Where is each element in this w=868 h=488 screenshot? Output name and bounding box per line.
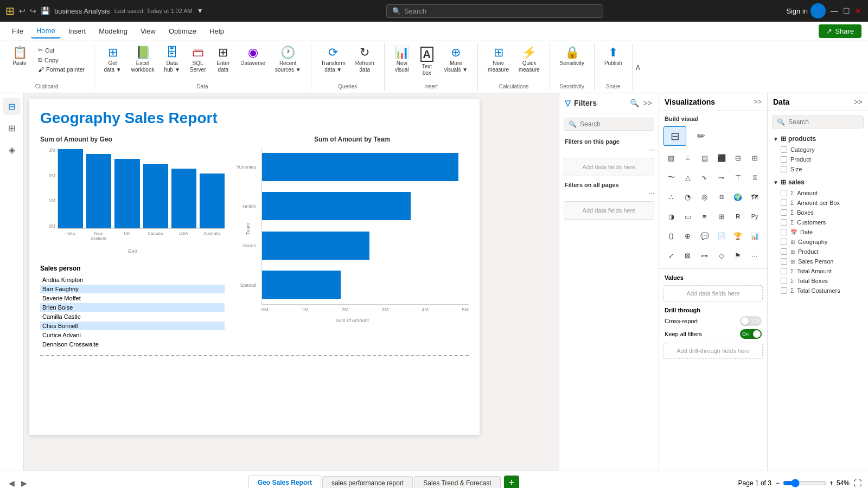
total-costumers-checkbox[interactable]	[781, 287, 787, 294]
total-boxes-checkbox[interactable]	[781, 278, 787, 284]
data-item-boxes[interactable]: Σ Boxes	[768, 208, 868, 217]
viz-query-icon[interactable]: ⊠	[680, 248, 695, 263]
product2-checkbox[interactable]	[781, 248, 787, 255]
publish-button[interactable]: ⬆ Publish	[600, 44, 627, 69]
format-painter-button[interactable]: 🖌 Format painter	[35, 65, 88, 74]
data-item-amount[interactable]: Σ Amount	[768, 188, 868, 198]
menu-optimize[interactable]: Optimize	[163, 24, 202, 38]
viz-card-icon[interactable]: ▭	[680, 209, 695, 224]
transform-data-button[interactable]: ⟳ Transformdata ▼	[317, 44, 350, 75]
bar-special[interactable]	[262, 271, 341, 299]
viz-collapse-button[interactable]: >>	[754, 98, 762, 106]
viz-clustered-column-icon[interactable]: ⬛	[714, 150, 729, 165]
data-item-amount-per-box[interactable]: Σ Amount per Box	[768, 198, 868, 208]
viz-table-icon[interactable]: ⊞	[714, 209, 729, 224]
filter-search-box[interactable]: 🔍	[564, 118, 654, 131]
share-button[interactable]: ↗ Share	[819, 24, 861, 38]
viz-pie-icon[interactable]: ◔	[680, 189, 695, 204]
filters-page-drop-zone[interactable]: Add data fields here	[564, 158, 654, 176]
excel-workbook-button[interactable]: 📗 Excelworkbook	[127, 44, 159, 75]
viz-smart-narrative-icon[interactable]: 💬	[697, 228, 712, 243]
product-checkbox[interactable]	[781, 156, 787, 163]
bar-juices[interactable]	[262, 232, 369, 260]
list-item[interactable]: Curtice Advani	[40, 331, 225, 339]
title-search-bar[interactable]: 🔍 Search	[203, 4, 787, 18]
viz-stacked-column-icon[interactable]: ⊟	[730, 150, 745, 165]
viz-stacked-bar-icon[interactable]: ▥	[663, 150, 679, 165]
date-checkbox[interactable]	[781, 229, 787, 235]
values-drop-zone[interactable]: Add data fields here	[663, 285, 763, 301]
zoom-in-icon[interactable]: +	[829, 479, 833, 487]
list-item[interactable]: Brien Boise	[40, 303, 225, 312]
viz-line-cluster-icon[interactable]: ∿	[697, 170, 712, 185]
filters-expand-icon[interactable]: >>	[642, 98, 653, 108]
amount-checkbox[interactable]	[781, 190, 787, 196]
list-item[interactable]: Camilla Castle	[40, 312, 225, 321]
data-search-box[interactable]: 🔍	[772, 115, 864, 129]
paste-button[interactable]: 📋 Paste	[5, 44, 34, 69]
redo-icon[interactable]: ↪	[30, 7, 36, 15]
data-search-input[interactable]	[788, 118, 868, 126]
geography-checkbox[interactable]	[781, 239, 787, 245]
viz-multirow-card-icon[interactable]: ≡	[697, 209, 712, 224]
viz-area-icon[interactable]: △	[680, 170, 695, 185]
viz-pen-icon[interactable]: ✏	[690, 126, 712, 146]
bar-canada[interactable]	[143, 164, 168, 228]
bar-yummies[interactable]	[262, 153, 458, 181]
viz-trophy-icon[interactable]: 🏆	[730, 228, 745, 243]
viz-stacked-bar-100-icon[interactable]: ▤	[697, 150, 712, 165]
nav-model-icon[interactable]: ◈	[3, 141, 21, 158]
menu-home[interactable]: Home	[31, 24, 61, 38]
data-item-product2[interactable]: ⊞ Product	[768, 247, 868, 256]
save-icon[interactable]: 💾	[41, 7, 50, 15]
text-box-button[interactable]: A Textbox	[415, 44, 439, 79]
total-amount-checkbox[interactable]	[781, 268, 787, 274]
viz-bar-2-icon[interactable]: 📊	[747, 228, 762, 243]
viz-gauge-icon[interactable]: ◑	[663, 209, 679, 224]
enter-data-button[interactable]: ⊞ Enterdata	[211, 44, 235, 75]
viz-ribbon-icon[interactable]: ⊸	[714, 170, 729, 185]
menu-insert[interactable]: Insert	[63, 24, 92, 38]
more-visuals-button[interactable]: ⊕ Morevisuals ▼	[440, 44, 472, 75]
fit-page-icon[interactable]: ⛶	[854, 479, 861, 487]
viz-r-icon[interactable]: R	[730, 209, 745, 224]
tab-sales-performance[interactable]: sales performance report	[322, 476, 413, 488]
bar-delish[interactable]	[262, 192, 411, 220]
viz-decomp-icon[interactable]: ⟨⟩	[663, 228, 679, 243]
sensitivity-button[interactable]: 🔒 Sensitivity	[556, 44, 589, 69]
data-item-size[interactable]: Size	[768, 164, 868, 174]
viz-waterfall-icon[interactable]: ⊤	[730, 170, 745, 185]
bar-uk[interactable]	[114, 159, 139, 228]
filters-all-drop-zone[interactable]: Add data fields here	[564, 201, 654, 220]
viz-scatter-icon[interactable]: ∴	[663, 189, 679, 204]
viz-anomaly-icon[interactable]: ⤢	[663, 248, 679, 263]
viz-funnel-icon[interactable]: ⧖	[747, 170, 762, 185]
tab-geo-sales-report[interactable]: Geo Sales Report	[248, 476, 321, 488]
close-button[interactable]: ✕	[854, 7, 863, 15]
customers-checkbox[interactable]	[781, 219, 787, 226]
products-section-header[interactable]: ▼ ⊞ products	[768, 133, 868, 145]
get-data-button[interactable]: ⊞ Getdata ▼	[100, 44, 126, 75]
menu-modeling[interactable]: Modeling	[93, 24, 133, 38]
viz-clustered-bar-icon[interactable]: ≡	[680, 150, 695, 165]
list-item[interactable]: Andria Kimpton	[40, 275, 225, 284]
sales-section-header[interactable]: ▼ ⊞ sales	[768, 176, 868, 188]
quick-measure-button[interactable]: ⚡ Quickmeasure	[514, 44, 544, 75]
chart-team[interactable]: Sum of Amount by Team Yummies Delish Jui…	[235, 136, 469, 349]
chart-geo[interactable]: Sum of Amount by Geo 3M 2M 1M 0M	[40, 136, 225, 349]
amount-per-box-checkbox[interactable]	[781, 200, 787, 206]
data-item-product[interactable]: Product	[768, 155, 868, 164]
data-item-total-costumers[interactable]: Σ Total Costumers	[768, 286, 868, 296]
undo-icon[interactable]: ↩	[19, 7, 25, 15]
dropdown-arrow-icon[interactable]: ▼	[197, 7, 203, 15]
sales-person-checkbox[interactable]	[781, 258, 787, 265]
data-item-date[interactable]: 📅 Date	[768, 227, 868, 237]
data-item-geography[interactable]: ⊞ Geography	[768, 237, 868, 247]
tab-sales-trend[interactable]: Sales Trend & Forecast	[414, 476, 500, 488]
nav-report-icon[interactable]: ⊟	[3, 98, 21, 115]
viz-key-influencer-icon[interactable]: ⊕	[680, 228, 695, 243]
bar-australia[interactable]	[200, 174, 225, 228]
viz-filled-map-icon[interactable]: 🗺	[747, 189, 762, 204]
viz-diamond-icon[interactable]: ◇	[714, 248, 729, 263]
viz-flag-icon[interactable]: ⚑	[730, 248, 745, 263]
